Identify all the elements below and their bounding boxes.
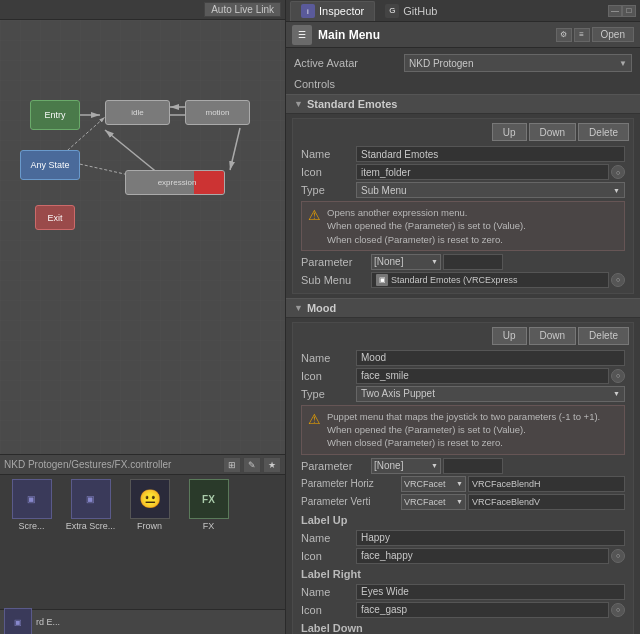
tab-github[interactable]: G GitHub xyxy=(375,1,447,21)
active-avatar-label: Active Avatar xyxy=(294,57,404,69)
active-avatar-select-arrow: ▼ xyxy=(619,59,627,68)
component-icon: ☰ xyxy=(292,25,312,45)
mood-name-input[interactable] xyxy=(356,350,625,366)
mood-label-right-icon-circle[interactable]: ○ xyxy=(611,603,625,617)
bottom-item-icon: ▣ xyxy=(4,608,32,634)
se-icon-input[interactable] xyxy=(356,164,609,180)
window-minimize-btn[interactable]: — xyxy=(608,5,622,17)
exit-node-label: Exit xyxy=(47,213,62,223)
mood-icon-label: Icon xyxy=(301,370,356,382)
standard-emotes-up-btn[interactable]: Up xyxy=(492,123,527,141)
file-bottom-bar: ▣ rd E... xyxy=(0,609,285,634)
mood-param-horiz-text[interactable] xyxy=(468,476,625,492)
mood-param-vert-text[interactable] xyxy=(468,494,625,510)
active-avatar-select[interactable]: NKD Protogen ▼ xyxy=(404,54,632,72)
se-name-label: Name xyxy=(301,148,356,160)
file-label-fx: FX xyxy=(203,521,215,531)
mood-info-box: ⚠ Puppet menu that maps the joystick to … xyxy=(301,405,625,455)
se-name-input[interactable] xyxy=(356,146,625,162)
mood-label-right-name-row: Name xyxy=(297,583,629,601)
window-maximize-btn[interactable]: □ xyxy=(622,5,636,17)
mood-param-horiz-select[interactable]: VRCFacet ▼ xyxy=(401,476,466,492)
mood-name-row: Name xyxy=(297,349,629,367)
se-icon-label: Icon xyxy=(301,166,356,178)
open-button[interactable]: Open xyxy=(592,27,634,42)
mood-param-horiz-select-val: VRCFacet xyxy=(404,479,446,489)
mood-param-vert-select[interactable]: VRCFacet ▼ xyxy=(401,494,466,510)
settings-icon-btn[interactable]: ⚙ xyxy=(556,28,572,42)
menu-icon-btn[interactable]: ≡ xyxy=(574,28,590,42)
mood-type-select[interactable]: Two Axis Puppet ▼ xyxy=(356,386,625,402)
file-grid: ▣ Scre... ▣ Extra Scre... 😐 Frown xyxy=(0,475,285,609)
mood-up-btn[interactable]: Up xyxy=(492,327,527,345)
mood-label-down-row: Label Down xyxy=(297,619,629,634)
controls-row: Controls xyxy=(286,74,640,94)
section-mood[interactable]: ▼ Mood xyxy=(286,298,640,318)
mood-label-up-icon-label: Icon xyxy=(301,550,356,562)
section-standard-emotes[interactable]: ▼ Standard Emotes xyxy=(286,94,640,114)
mood-label-up-name-input[interactable] xyxy=(356,530,625,546)
se-submenu-circle-btn[interactable]: ○ xyxy=(611,273,625,287)
se-type-select[interactable]: Sub Menu ▼ xyxy=(356,182,625,198)
inspector-body: Active Avatar NKD Protogen ▼ Controls ▼ … xyxy=(286,48,640,634)
inspector-title-buttons: ⚙ ≡ Open xyxy=(556,27,634,42)
state3-label: expression xyxy=(154,178,197,187)
mood-label-right-icon-label: Icon xyxy=(301,604,356,616)
mood-icon-circle-btn[interactable]: ○ xyxy=(611,369,625,383)
file-icon-scre: ▣ xyxy=(12,479,52,519)
tab-github-label: GitHub xyxy=(403,5,437,17)
se-parameter-select[interactable]: [None] ▼ xyxy=(371,254,441,270)
mood-type-row: Type Two Axis Puppet ▼ xyxy=(297,385,629,403)
fb-icon-btn-1[interactable]: ⊞ xyxy=(223,457,241,473)
file-icon-fx: FX xyxy=(189,479,229,519)
se-parameter-label: Parameter xyxy=(301,256,371,268)
standard-emotes-down-btn[interactable]: Down xyxy=(529,123,577,141)
mood-parameter-select[interactable]: [None] ▼ xyxy=(371,458,441,474)
file-item-frown[interactable]: 😐 Frown xyxy=(122,479,177,531)
state1-node[interactable]: idle xyxy=(105,100,170,125)
inspector-tab-icon: i xyxy=(301,4,315,18)
section-mood-arrow: ▼ xyxy=(294,303,303,313)
auto-live-link-button[interactable]: Auto Live Link xyxy=(204,2,281,17)
state3-node[interactable]: expression xyxy=(125,170,225,195)
state2-node[interactable]: motion xyxy=(185,100,250,125)
se-info-icon: ⚠ xyxy=(308,207,321,223)
mood-label-right-icon-input[interactable] xyxy=(356,602,609,618)
mood-label-up-icon-circle[interactable]: ○ xyxy=(611,549,625,563)
mood-label-up-icon-input[interactable] xyxy=(356,548,609,564)
mood-type-label: Type xyxy=(301,388,356,400)
entry-node[interactable]: Entry xyxy=(30,100,80,130)
mood-buttons: Up Down Delete xyxy=(297,327,629,345)
file-label-extra-scre: Extra Scre... xyxy=(66,521,116,531)
se-icon-circle-btn[interactable]: ○ xyxy=(611,165,625,179)
mood-label-right-name-input[interactable] xyxy=(356,584,625,600)
se-icon-row: Icon ○ xyxy=(297,163,629,181)
fb-icon-btn-3[interactable]: ★ xyxy=(263,457,281,473)
mood-parameter-value: [None] xyxy=(374,460,403,471)
file-item-bottom[interactable]: ▣ rd E... xyxy=(4,608,60,634)
file-item-fx[interactable]: FX FX xyxy=(181,479,236,531)
exit-node[interactable]: Exit xyxy=(35,205,75,230)
file-item-scre[interactable]: ▣ Scre... xyxy=(4,479,59,531)
mood-param-vert-label: Parameter Verti xyxy=(301,496,401,507)
mood-down-btn[interactable]: Down xyxy=(529,327,577,345)
se-type-arrow: ▼ xyxy=(613,187,620,194)
se-info-text: Opens another expression menu. When open… xyxy=(327,206,526,246)
mood-label-down: Label Down xyxy=(301,622,363,634)
tab-inspector[interactable]: i Inspector xyxy=(290,1,375,21)
standard-emotes-delete-btn[interactable]: Delete xyxy=(578,123,629,141)
se-submenu-icon: ▣ xyxy=(376,274,388,286)
se-submenu-value[interactable]: ▣ Standard Emotes (VRCExpress xyxy=(371,272,609,288)
se-submenu-label: Sub Menu xyxy=(301,274,371,286)
standard-emotes-subsection: Up Down Delete Name Icon ○ Type xyxy=(292,118,634,294)
file-item-extra-scre[interactable]: ▣ Extra Scre... xyxy=(63,479,118,531)
mood-parameter-row: Parameter [None] ▼ xyxy=(297,457,629,475)
standard-emotes-buttons: Up Down Delete xyxy=(297,123,629,141)
section-standard-emotes-label: Standard Emotes xyxy=(307,98,397,110)
state2-label: motion xyxy=(205,108,229,117)
mood-delete-btn[interactable]: Delete xyxy=(578,327,629,345)
section-mood-label: Mood xyxy=(307,302,336,314)
mood-icon-input[interactable] xyxy=(356,368,609,384)
fb-icon-btn-2[interactable]: ✎ xyxy=(243,457,261,473)
any-state-node[interactable]: Any State xyxy=(20,150,80,180)
